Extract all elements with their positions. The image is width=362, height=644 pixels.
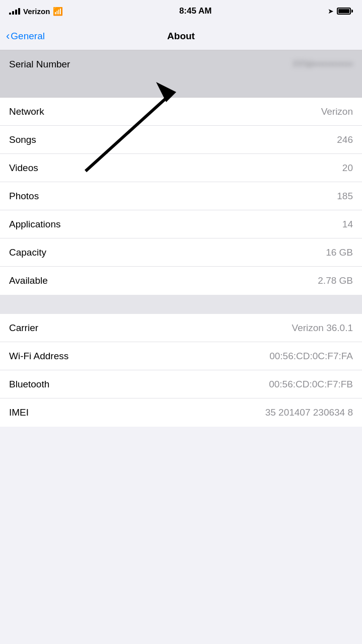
carrier-label: Carrier <box>9 323 38 334</box>
battery-icon <box>337 8 353 15</box>
nav-bar: ‹ General About <box>0 22 362 50</box>
carrier-label: Verizon <box>23 7 50 16</box>
status-right: ➤ <box>328 7 353 15</box>
applications-row: Applications 14 <box>0 210 362 238</box>
network-value: Verizon <box>321 106 353 117</box>
available-value: 2.78 GB <box>318 275 353 286</box>
highlighted-spacer <box>0 78 362 98</box>
capacity-value: 16 GB <box>326 247 353 258</box>
imei-value: 35 201407 230634 8 <box>265 407 353 418</box>
status-left: Verizon 📶 <box>9 7 63 16</box>
back-button[interactable]: ‹ General <box>6 31 45 42</box>
videos-row: Videos 20 <box>0 154 362 182</box>
capacity-row: Capacity 16 GB <box>0 238 362 267</box>
status-bar: Verizon 📶 8:45 AM ➤ <box>0 0 362 22</box>
about-table-section-3: Carrier Verizon 36.0.1 Wi-Fi Address 00:… <box>0 314 362 427</box>
photos-value: 185 <box>337 191 353 202</box>
about-table-section-2: Network Verizon Songs 246 Videos 20 Phot… <box>0 98 362 295</box>
location-icon: ➤ <box>328 7 334 15</box>
imei-label: IMEI <box>9 407 29 418</box>
serial-number-label: Serial Number <box>9 59 70 70</box>
bluetooth-value: 00:56:CD:0C:F7:FB <box>269 379 353 390</box>
songs-row: Songs 246 <box>0 126 362 154</box>
imei-row: IMEI 35 201407 230634 8 <box>0 398 362 427</box>
available-label: Available <box>9 275 48 286</box>
songs-value: 246 <box>337 134 353 145</box>
status-time: 8:45 AM <box>179 6 212 16</box>
wifi-icon: 📶 <box>53 7 63 16</box>
wifi-address-row: Wi-Fi Address 00:56:CD:0C:F7:FA <box>0 342 362 370</box>
section-divider <box>0 295 362 314</box>
serial-number-value: FFM•••••••••••• <box>293 59 353 70</box>
applications-value: 14 <box>342 219 353 230</box>
network-label: Network <box>9 106 44 117</box>
serial-number-row: Serial Number FFM•••••••••••• <box>0 50 362 78</box>
signal-bars-icon <box>9 8 20 15</box>
bluetooth-label: Bluetooth <box>9 379 49 390</box>
available-row: Available 2.78 GB <box>0 267 362 295</box>
page-title: About <box>167 31 195 42</box>
wifi-address-value: 00:56:CD:0C:F7:FA <box>269 351 353 362</box>
carrier-value: Verizon 36.0.1 <box>292 323 353 334</box>
network-row: Network Verizon <box>0 98 362 126</box>
photos-row: Photos 185 <box>0 182 362 210</box>
bluetooth-row: Bluetooth 00:56:CD:0C:F7:FB <box>0 370 362 398</box>
about-table-section-1: Serial Number FFM•••••••••••• <box>0 50 362 78</box>
songs-label: Songs <box>9 134 36 145</box>
applications-label: Applications <box>9 219 60 230</box>
carrier-row: Carrier Verizon 36.0.1 <box>0 314 362 342</box>
photos-label: Photos <box>9 191 39 202</box>
videos-label: Videos <box>9 163 38 174</box>
videos-value: 20 <box>342 163 353 174</box>
capacity-label: Capacity <box>9 247 46 258</box>
back-chevron-icon: ‹ <box>6 31 10 42</box>
wifi-address-label: Wi-Fi Address <box>9 351 68 362</box>
